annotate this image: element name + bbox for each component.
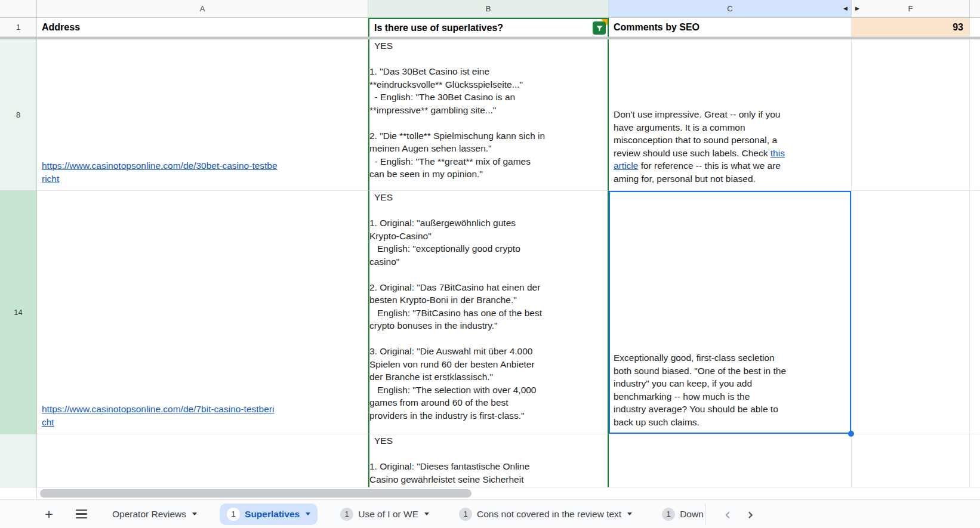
superlatives-text-partial: YES 1. Original: "Dieses fantastische On… [369,434,529,487]
tab-badge: 1 [227,508,240,521]
cell-c-partial[interactable] [609,434,852,487]
hamburger-icon [76,510,87,519]
tab-badge: 1 [340,508,353,521]
tab-label: Cons not covered in the review text [477,509,621,520]
superlatives-text-14: YES 1. Original: "außergewöhnlich gutes … [369,191,542,424]
cell-f-partial[interactable] [852,434,970,487]
seo-comment-8: Don't use impressive. Great -- only if y… [609,105,851,190]
column-header-g[interactable] [970,0,980,17]
row-number-1[interactable]: 1 [0,18,37,37]
chevron-down-icon[interactable] [627,512,632,515]
column-header-band: A B C ◀ ▶ F [0,0,980,18]
cell-a8[interactable]: https://www.casinotopsonline.com/de/30be… [37,39,368,191]
cell-a1[interactable]: Address [37,18,368,37]
tab-superlatives-active[interactable]: 1 Superlatives [220,504,318,525]
chevron-down-icon[interactable] [306,512,310,515]
horizontal-scrollbar-thumb[interactable] [40,489,471,498]
filter-icon[interactable] [593,21,606,35]
cell-a14[interactable]: https://www.casinotopsonline.com/de/7bit… [37,191,368,434]
cell-c1[interactable]: Comments by SEO [609,18,852,37]
superlatives-header-label: Is there use of superlatives? [369,21,508,35]
cell-g14[interactable] [970,191,980,434]
all-sheets-menu-button[interactable] [73,506,90,523]
seo-comment-8-pre: Don't use impressive. Great -- only if y… [614,109,780,158]
tab-label: Superlatives [245,509,300,520]
tab-navigation: ‹ › [725,507,754,522]
superlatives-text-8: YES 1. "Das 30Bet Casino ist eine **eind… [369,39,545,182]
row-number-14[interactable]: 14 [0,191,37,434]
tab-badge: 1 [662,508,675,521]
tab-label: Down [680,509,704,520]
cell-f14[interactable] [852,191,970,434]
horizontal-scrollbar [0,487,980,500]
cell-b8[interactable]: YES 1. "Das 30Bet Casino ist eine **eind… [368,39,609,191]
chevron-left-icon[interactable]: ‹ [725,507,731,522]
seo-comment-8-post: for reference -- this is what we are ami… [614,160,781,184]
chevron-right-icon[interactable]: › [747,507,753,522]
address-link-7bit[interactable]: https://www.casinotopsonline.com/de/7bit… [42,404,274,427]
scrollbar-gutter-pad [0,487,37,499]
cell-b-partial[interactable]: YES 1. Original: "Dieses fantastische On… [368,434,609,487]
tab-label: Operator Reviews [112,509,186,520]
column-header-f[interactable]: ▶ F [852,0,970,17]
cell-f8[interactable] [852,39,970,191]
cell-c8[interactable]: Don't use impressive. Great -- only if y… [609,39,852,191]
column-letter-b: B [486,4,491,13]
address-link-30bet[interactable]: https://www.casinotopsonline.com/de/30be… [42,160,278,184]
address-header-label: Address [37,21,85,34]
column-header-a[interactable]: A [37,0,368,17]
column-header-c[interactable]: C ◀ [609,0,852,17]
spreadsheet-app: A B C ◀ ▶ F 1 Address Is there use of su… [0,0,980,528]
hidden-columns-right-icon[interactable]: ▶ [855,5,859,11]
comments-header-label: Comments by SEO [609,21,704,34]
tab-operator-reviews[interactable]: Operator Reviews [105,505,204,524]
seo-comment-14: Exceptionally good, first-class secletio… [609,348,851,434]
cell-a-partial[interactable] [37,434,368,487]
table-row-partial: YES 1. Original: "Dieses fantastische On… [0,434,980,487]
row-number-partial[interactable] [0,434,37,487]
tab-cons-not-covered[interactable]: 1 Cons not covered in the review text [452,504,639,525]
chevron-down-icon[interactable] [192,512,197,515]
cell-b1[interactable]: Is there use of superlatives? [368,18,609,37]
f1-value: 93 [947,21,969,34]
cell-f1[interactable]: 93 [852,18,970,37]
plus-icon: + [45,507,53,521]
tab-use-of-i-or-we[interactable]: 1 Use of I or WE [333,504,436,525]
hidden-columns-left-icon[interactable]: ◀ [843,5,848,11]
funnel-glyph [595,24,604,33]
select-all-corner[interactable] [0,0,37,17]
table-row-14: 14 https://www.casinotopsonline.com/de/7… [0,191,980,434]
sheet-tabbar: + Operator Reviews 1 Superlatives 1 Use … [0,500,980,528]
column-letter-f: F [908,4,913,13]
table-row-8: 8 https://www.casinotopsonline.com/de/30… [0,39,980,191]
chevron-down-icon[interactable] [424,512,429,515]
row-number-8[interactable]: 8 [0,39,37,191]
column-letter-c: C [727,4,732,13]
column-letter-a: A [200,4,205,13]
cell-b14[interactable]: YES 1. Original: "außergewöhnlich gutes … [368,191,609,434]
cell-c14-selected[interactable]: Exceptionally good, first-class secletio… [609,191,852,434]
header-row: 1 Address Is there use of superlatives? … [0,18,980,37]
selection-fill-handle[interactable] [848,431,854,437]
column-header-b[interactable]: B [368,0,609,17]
tab-down-truncated[interactable]: 1 Down [655,504,705,525]
add-sheet-button[interactable]: + [41,506,57,523]
tab-badge: 1 [459,508,472,521]
cell-g1[interactable] [970,18,980,37]
cell-g-partial[interactable] [970,434,980,487]
cell-g8[interactable] [970,39,980,191]
tab-label: Use of I or WE [358,509,418,520]
